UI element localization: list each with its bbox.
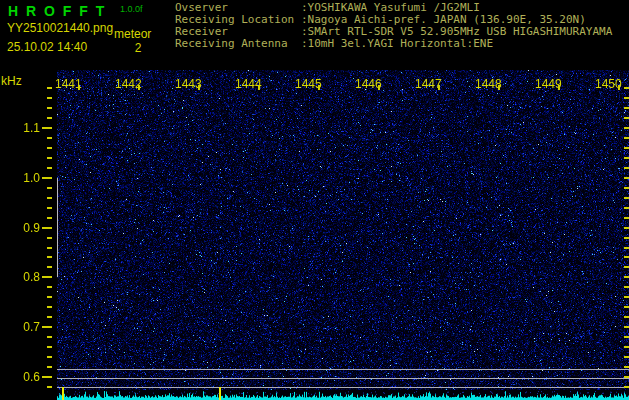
freq-minor-tick — [47, 386, 52, 388]
freq-major-tick — [42, 276, 52, 278]
freq-minor-tick — [47, 87, 52, 89]
app-version: 1.0.0f — [120, 4, 143, 14]
right-edge-tick — [624, 147, 629, 149]
right-edge-tick — [624, 386, 629, 388]
reference-line-2 — [57, 378, 629, 379]
freq-minor-tick — [47, 306, 52, 308]
right-edge-tick — [624, 376, 629, 378]
time-tick-mark — [138, 85, 140, 90]
right-edge-tick — [624, 336, 629, 338]
right-edge-tick — [624, 237, 629, 239]
freq-tick-label: 0.8 — [6, 270, 40, 284]
time-tick-mark — [618, 85, 620, 90]
reference-line-3 — [57, 387, 629, 388]
hrofft-window: H R O F F T 1.0.0f YY2510021440.png mete… — [0, 0, 629, 400]
time-tick-mark — [498, 85, 500, 90]
freq-axis-unit: kHz — [1, 74, 22, 88]
freq-major-tick — [42, 227, 52, 229]
time-tick-mark — [198, 85, 200, 90]
reference-line-1 — [57, 369, 629, 370]
right-edge-tick — [624, 356, 629, 358]
freq-major-tick — [42, 177, 52, 179]
time-tick-mark — [258, 85, 260, 90]
right-edge-tick — [624, 256, 629, 258]
info-row-label: Receiving Antenna — [175, 38, 301, 50]
right-edge-tick — [624, 326, 629, 328]
calibration-bar — [57, 178, 58, 277]
freq-minor-tick — [47, 336, 52, 338]
right-edge-tick — [624, 346, 629, 348]
meteor-echo-marker — [219, 387, 221, 400]
freq-minor-tick — [47, 316, 52, 318]
right-edge-tick — [624, 197, 629, 199]
freq-tick-label: 0.7 — [6, 320, 40, 334]
right-edge-tick — [624, 157, 629, 159]
right-edge-tick — [624, 276, 629, 278]
right-edge-tick — [624, 316, 629, 318]
mode-label: meteor — [114, 27, 151, 41]
output-filename: YY2510021440.png — [7, 21, 113, 35]
app-title: H R O F F T — [8, 3, 106, 19]
freq-minor-tick — [47, 197, 52, 199]
datetime-label: 25.10.02 14:40 — [7, 40, 87, 54]
right-edge-tick — [624, 366, 629, 368]
right-edge-tick — [624, 296, 629, 298]
right-edge-tick — [624, 177, 629, 179]
right-edge-tick — [624, 87, 629, 89]
station-info-block: Ovserver:YOSHIKAWA Yasufumi /JG2MLIRecei… — [175, 2, 612, 50]
meteor-echo-marker — [62, 387, 64, 400]
info-row: Receiving Antenna:10mH 3el.YAGI Horizont… — [175, 38, 612, 50]
right-edge-tick — [624, 137, 629, 139]
freq-minor-tick — [47, 217, 52, 219]
time-tick-mark — [78, 85, 80, 90]
time-tick-mark — [318, 85, 320, 90]
freq-minor-tick — [47, 187, 52, 189]
freq-minor-tick — [47, 207, 52, 209]
freq-minor-tick — [47, 356, 52, 358]
freq-minor-tick — [47, 266, 52, 268]
freq-minor-tick — [47, 137, 52, 139]
freq-minor-tick — [47, 286, 52, 288]
freq-minor-tick — [47, 147, 52, 149]
right-edge-tick — [624, 306, 629, 308]
time-tick-mark — [438, 85, 440, 90]
level-strip-canvas — [57, 390, 629, 400]
freq-minor-tick — [47, 97, 52, 99]
freq-minor-tick — [47, 247, 52, 249]
right-edge-tick — [624, 117, 629, 119]
freq-minor-tick — [47, 237, 52, 239]
freq-minor-tick — [47, 296, 52, 298]
right-edge-tick — [624, 266, 629, 268]
freq-tick-label: 1.0 — [6, 171, 40, 185]
right-edge-tick — [624, 127, 629, 129]
freq-minor-tick — [47, 346, 52, 348]
freq-tick-label: 0.9 — [6, 221, 40, 235]
right-edge-tick — [624, 107, 629, 109]
freq-tick-label: 1.1 — [6, 121, 40, 135]
right-edge-tick — [624, 187, 629, 189]
freq-minor-tick — [47, 256, 52, 258]
freq-tick-label: 0.6 — [6, 370, 40, 384]
freq-major-tick — [42, 376, 52, 378]
freq-minor-tick — [47, 366, 52, 368]
spectrogram-canvas — [57, 70, 629, 390]
right-edge-tick — [624, 167, 629, 169]
time-tick-mark — [558, 85, 560, 90]
right-edge-tick — [624, 286, 629, 288]
right-edge-tick — [624, 247, 629, 249]
right-edge-tick — [624, 217, 629, 219]
right-edge-tick — [624, 97, 629, 99]
right-edge-tick — [624, 227, 629, 229]
freq-major-tick — [42, 127, 52, 129]
freq-minor-tick — [47, 107, 52, 109]
freq-minor-tick — [47, 117, 52, 119]
right-edge-tick — [624, 207, 629, 209]
freq-major-tick — [42, 326, 52, 328]
info-row-value: :10mH 3el.YAGI Horizontal:ENE — [301, 37, 493, 50]
freq-minor-tick — [47, 167, 52, 169]
meteor-count: 2 — [114, 41, 162, 55]
time-tick-mark — [378, 85, 380, 90]
freq-minor-tick — [47, 157, 52, 159]
